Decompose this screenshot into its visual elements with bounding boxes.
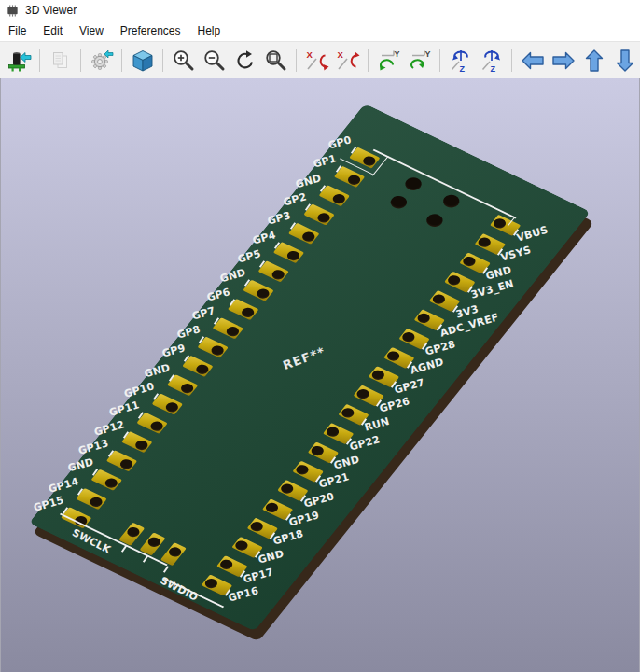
menu-bar: File Edit View Preferences Help: [0, 21, 640, 41]
redraw-icon: [233, 49, 257, 73]
mounting-hole: [440, 192, 463, 210]
pad-hole: [118, 457, 134, 470]
svg-text:Z: Z: [490, 64, 495, 73]
pad-hole: [202, 577, 219, 590]
pad-hole: [340, 406, 356, 419]
rotate-y-cw-icon: Y: [377, 49, 401, 73]
svg-text:Y: Y: [394, 49, 399, 59]
pad-hole: [209, 343, 226, 357]
toolbar-separator: [511, 49, 512, 72]
pad-hole: [125, 525, 142, 539]
pad-hole: [279, 483, 296, 496]
rotate-x-clockwise[interactable]: X: [302, 46, 331, 75]
move-left[interactable]: [518, 46, 547, 75]
menu-view[interactable]: View: [71, 21, 112, 41]
svg-text:Y: Y: [424, 49, 430, 59]
pad-hole: [330, 192, 347, 205]
pad-hole: [270, 268, 286, 281]
reload-board-icon: [7, 49, 32, 73]
window-title: 3D Viewer: [25, 4, 77, 17]
pad-hole: [194, 363, 211, 376]
pad-hole: [248, 520, 265, 533]
orthographic-projection[interactable]: [128, 46, 157, 75]
arrow-right-icon: [551, 49, 576, 73]
toolbar-separator: [162, 49, 163, 72]
pad-hole: [294, 463, 311, 476]
rotate-y-counterclockwise[interactable]: Y: [405, 46, 434, 75]
mounting-hole: [424, 212, 446, 230]
move-right[interactable]: [549, 46, 577, 75]
arrow-left-icon: [521, 49, 545, 73]
rotate-z-ccw-icon: Z: [480, 49, 504, 73]
pad-hole: [300, 231, 317, 244]
chip-icon: [6, 4, 20, 18]
copy-icon: [49, 49, 73, 73]
pad-hole: [233, 539, 250, 552]
zoom-out[interactable]: [200, 46, 229, 75]
move-down[interactable]: [610, 46, 639, 75]
pad-hole: [476, 236, 493, 249]
rotate-x-ccw-icon: X: [336, 49, 360, 73]
pad-hole: [355, 387, 371, 400]
rotate-z-cw-icon: Z: [449, 49, 473, 73]
zoom-in[interactable]: [169, 46, 198, 75]
rotate-y-ccw-icon: Y: [408, 49, 432, 73]
pad-hole: [415, 312, 432, 325]
zoom-fit-icon: [264, 49, 288, 73]
arrow-down-icon: [613, 49, 637, 73]
svg-text:X: X: [306, 49, 313, 59]
pad-hole: [133, 439, 150, 452]
svg-text:Z: Z: [459, 64, 465, 73]
move-up[interactable]: [579, 46, 608, 75]
pad-hole: [167, 545, 184, 558]
mounting-hole: [387, 193, 410, 211]
pad-hole: [461, 255, 478, 268]
pad-hole: [345, 174, 362, 187]
pad-hole: [446, 273, 463, 287]
viewport-3d[interactable]: GP0GP1GNDGP2GP3GP4GP5GNDGP6GP7GP8GP9GNDG…: [0, 78, 640, 672]
pad-hole: [315, 211, 332, 224]
copy-image[interactable]: [46, 46, 75, 75]
pad-hole: [179, 382, 196, 395]
toolbar-separator: [80, 49, 81, 72]
arrow-up-icon: [582, 49, 606, 73]
toolbar-separator: [121, 49, 122, 72]
rotate-y-clockwise[interactable]: Y: [374, 46, 403, 75]
pad-hole: [369, 369, 386, 382]
gear-icon: [90, 49, 114, 73]
reload-board[interactable]: [5, 46, 34, 75]
pad-hole: [240, 306, 257, 319]
pad-hole: [255, 287, 271, 301]
rotate-z-counterclockwise[interactable]: Z: [477, 46, 506, 75]
zoom-to-fit[interactable]: [261, 46, 290, 75]
cube-icon: [131, 49, 155, 73]
pad-hole: [309, 444, 326, 457]
menu-edit[interactable]: Edit: [35, 21, 71, 41]
pad-hole: [163, 400, 180, 413]
svg-text:X: X: [337, 49, 343, 59]
menu-help[interactable]: Help: [189, 21, 230, 41]
pad-hole: [491, 217, 508, 230]
pad-hole: [430, 293, 447, 306]
pad-hole: [263, 501, 280, 514]
pad-hole: [103, 477, 119, 490]
pad-hole: [361, 154, 378, 167]
pad-hole: [324, 426, 341, 439]
render-options[interactable]: [87, 46, 116, 75]
toolbar-separator: [39, 49, 40, 72]
menu-preferences[interactable]: Preferences: [112, 21, 189, 41]
title-bar: 3D Viewer: [0, 0, 640, 21]
menu-file[interactable]: File: [0, 21, 35, 41]
pad-hole: [400, 330, 417, 343]
pad-hole: [224, 325, 241, 338]
pad-hole: [146, 536, 162, 549]
toolbar-separator: [296, 49, 297, 72]
zoom-in-icon: [172, 49, 196, 73]
pad-hole: [385, 349, 402, 362]
pad-hole: [218, 558, 235, 571]
rotate-z-clockwise[interactable]: Z: [446, 46, 475, 75]
zoom-out-icon: [202, 49, 227, 73]
rotate-x-counterclockwise[interactable]: X: [333, 46, 362, 75]
redraw[interactable]: [230, 46, 259, 75]
rotate-x-cw-icon: X: [305, 49, 329, 73]
